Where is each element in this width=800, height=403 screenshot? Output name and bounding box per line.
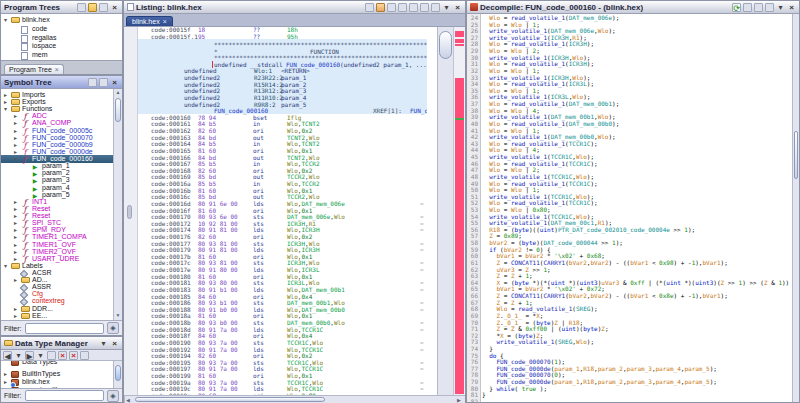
tab-blink-hex[interactable]: blink.hex ×	[126, 16, 173, 26]
menu-dropdown-icon[interactable]: ▾	[776, 3, 785, 12]
token: 1	[692, 259, 696, 266]
scrollbar-thumb[interactable]	[135, 397, 325, 402]
hide-pointers-icon[interactable]	[69, 351, 78, 360]
margin-handle[interactable]	[127, 205, 132, 219]
program-trees-titlebar[interactable]: Program Trees ×	[1, 1, 122, 14]
expand-icon[interactable]: ▸	[4, 378, 7, 386]
paste-icon[interactable]	[376, 3, 385, 12]
menu-dropdown-icon[interactable]: ▾	[99, 339, 108, 348]
snapshot-icon[interactable]	[420, 3, 429, 12]
tree-item-data-types[interactable]: Data Types	[1, 361, 113, 366]
token: bVar2	[590, 259, 608, 266]
bookmark-marker[interactable]	[455, 39, 464, 43]
close-icon[interactable]: ×	[787, 3, 796, 12]
folder-open-icon[interactable]	[88, 3, 97, 12]
navigation-icon[interactable]	[77, 3, 86, 12]
token: bVar1	[630, 292, 648, 299]
edit-icon[interactable]	[409, 3, 418, 12]
listing-scrollbar[interactable]	[437, 27, 453, 395]
expand-icon[interactable]: ▸	[14, 312, 17, 320]
token: = ??	[420, 365, 427, 372]
function-range-marker[interactable]	[455, 78, 464, 394]
close-icon[interactable]: ×	[110, 3, 119, 12]
decompiler-scrollbar[interactable]	[792, 14, 799, 402]
listing-tabbar: blink.hex ×	[124, 14, 465, 27]
dtm-scrollbar[interactable]	[113, 361, 122, 388]
close-tab-icon[interactable]: ×	[163, 18, 167, 25]
tree-item-mem[interactable]: mem	[1, 51, 122, 59]
dtm-titlebar[interactable]: Data Type Manager ▾×	[1, 337, 122, 350]
tree-item-blink-hex[interactable]: ▾blink.hex	[1, 16, 122, 24]
listing-view[interactable]: code:00015f18??18hcode:00015f.195??95h**…	[124, 27, 453, 395]
filter-icon[interactable]	[47, 351, 56, 360]
code-line[interactable]: } while( true );	[482, 385, 547, 392]
bookmark-marker[interactable]	[455, 44, 464, 46]
graph-icon[interactable]	[88, 78, 97, 87]
tree-item-blink-hex[interactable]: ▸blink.hex	[1, 378, 113, 386]
tree-item-regalias[interactable]: regalias	[1, 34, 122, 42]
tree-item-label: blink.hex	[22, 378, 50, 386]
code-line[interactable]: }	[482, 391, 486, 398]
scroll-right-icon[interactable]: ▶	[457, 396, 464, 403]
bookmark-marker[interactable]	[455, 31, 464, 37]
dtm-filter-input[interactable]	[25, 390, 105, 401]
token: ICR3H	[569, 60, 587, 67]
decompiler-code-area[interactable]: Wlo = read_volatile_1(DAT_mem_006e); Wlo…	[482, 14, 792, 402]
token: TCCR1C	[569, 180, 591, 187]
page-icon	[21, 35, 28, 43]
print-icon[interactable]	[765, 3, 774, 12]
token: SREG	[558, 338, 572, 345]
menu-dropdown-icon[interactable]: ▾	[442, 3, 451, 12]
forward-icon[interactable]: ▶	[25, 351, 34, 360]
back-icon[interactable]: ◀	[3, 351, 12, 360]
field-format-icon[interactable]	[398, 3, 407, 12]
scroll-left-icon[interactable]: ◀	[126, 396, 133, 403]
tree-item-ee-[interactable]: ▸EE...	[1, 312, 113, 320]
close-icon[interactable]: ×	[110, 339, 119, 348]
panel-title: Listing: blink.hex	[136, 3, 202, 12]
collapse-icon[interactable]: ▾	[4, 16, 7, 24]
filter-options-icon[interactable]: ◈	[107, 390, 119, 402]
listing-code-area[interactable]: code:00015f18??18hcode:00015f.195??95h**…	[138, 27, 427, 395]
tree-item-builtintypes[interactable]: ▸BuiltInTypes	[1, 370, 113, 378]
scrollbar-thumb[interactable]	[115, 98, 121, 122]
token: byte	[583, 325, 597, 332]
listing-hscrollbar[interactable]: ◀ ▶	[124, 395, 465, 403]
close-tab-icon[interactable]: ×	[55, 66, 59, 73]
symbol-tree-scrollbar[interactable]: ▲ ▼	[113, 89, 122, 320]
close-icon[interactable]: ×	[110, 78, 119, 87]
scroll-up-icon[interactable]: ▲	[114, 89, 122, 97]
scrollbar-thumb[interactable]	[115, 365, 121, 381]
symbol-tree-filter-input[interactable]	[25, 323, 105, 334]
menu-dropdown-icon[interactable]: ▾	[36, 351, 45, 360]
tree-item-iospace[interactable]: iospace	[1, 42, 122, 50]
copy-icon[interactable]	[365, 3, 374, 12]
scroll-down-icon[interactable]: ▼	[114, 312, 122, 320]
scrollbar-thumb[interactable]	[439, 31, 452, 59]
hide-arrays-icon[interactable]	[58, 351, 67, 360]
symbol-tree-titlebar[interactable]: Symbol Tree ×	[1, 76, 122, 89]
close-icon[interactable]: ×	[453, 3, 462, 12]
filter-options-icon[interactable]: ◈	[107, 322, 119, 334]
save-tree-icon[interactable]	[99, 3, 108, 12]
menu-dropdown-icon[interactable]: ▾	[14, 351, 23, 360]
diff-icon[interactable]	[431, 3, 440, 12]
tree-item-code[interactable]: code	[1, 25, 122, 33]
tab-program-tree[interactable]: Program Tree ×	[4, 64, 64, 74]
expand-icon[interactable]: ▸	[4, 370, 7, 378]
cursor-icon[interactable]	[387, 3, 396, 12]
code-line[interactable]: write_volatile_1(SREG,Wlo);	[482, 338, 594, 345]
scrollbar-thumb[interactable]	[794, 131, 798, 179]
decompile-titlebar[interactable]: Decompile: FUN_code_000160 - (blink.hex)…	[467, 1, 799, 14]
preview-icon[interactable]	[80, 351, 89, 360]
export-icon[interactable]	[754, 3, 763, 12]
folder-open-icon	[11, 263, 20, 269]
copy-icon[interactable]	[743, 3, 752, 12]
tree-item-label: BuiltInTypes	[22, 370, 60, 378]
listing-titlebar[interactable]: Listing: blink.hex ▾×	[124, 1, 465, 14]
token: = ??	[420, 326, 427, 333]
token: 1	[739, 279, 743, 286]
goto-icon[interactable]	[99, 78, 108, 87]
refresh-icon[interactable]: ⟳	[732, 3, 741, 12]
cursor-location-marker[interactable]	[455, 118, 464, 120]
